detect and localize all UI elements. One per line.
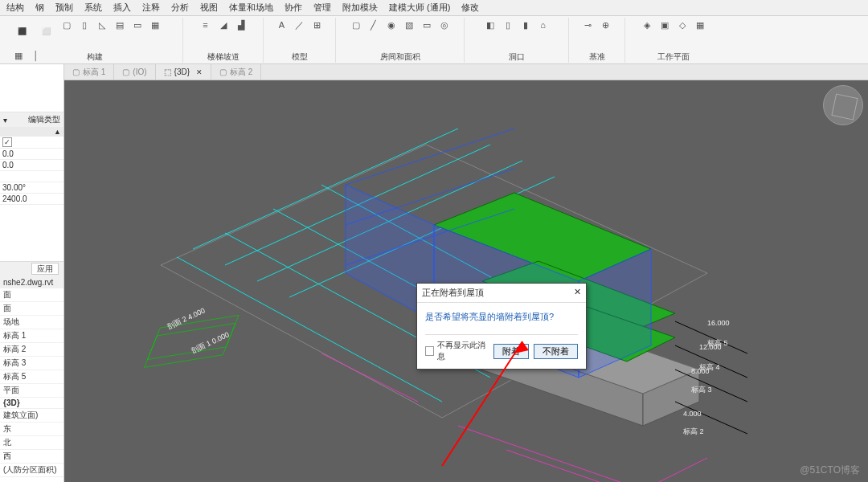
ramp-icon[interactable]: ◢ [216, 18, 231, 32]
tree-item[interactable]: 标高 2 [0, 343, 63, 357]
tree-item[interactable]: 东 [0, 423, 63, 436]
prop-cell[interactable]: 30.00° [0, 182, 63, 193]
dialog-close-button[interactable]: ✕ [574, 287, 581, 299]
prop-cell[interactable]: 2400.0 [0, 194, 63, 204]
edit-type-dropdown[interactable]: ▾编辑类型 [0, 112, 63, 127]
menu-item[interactable]: 结构 [6, 2, 24, 14]
menu-item[interactable]: 视图 [200, 2, 218, 14]
workspace: ▾编辑类型 ▲ ✓ 0.0 0.0 30.00° 2400.0 应用 nshe2… [0, 64, 868, 482]
side-panel: ▾编辑类型 ▲ ✓ 0.0 0.0 30.00° 2400.0 应用 nshe2… [0, 64, 64, 482]
tree-item[interactable]: 标高 3 [0, 357, 63, 370]
apply-button[interactable]: 应用 [31, 263, 59, 275]
floor-icon[interactable]: ▭ [130, 18, 145, 32]
ribbon-group-label: 模型 [292, 51, 308, 63]
dont-attach-button[interactable]: 不附着 [534, 344, 578, 359]
model-text-icon[interactable]: A [275, 18, 289, 32]
svg-text:4.000: 4.000 [683, 410, 702, 418]
dialog-message: 是否希望将亮显的墙附着到屋顶? [425, 311, 578, 323]
window-icon[interactable]: ⬜ [35, 18, 56, 45]
ribbon-group-opening: ◧ ▯ ▮ ⌂ 洞口 [465, 18, 569, 63]
byface-icon[interactable]: ◧ [483, 18, 497, 32]
svg-marker-38 [514, 341, 529, 353]
menu-item[interactable]: 附加模块 [342, 2, 378, 14]
wall-opening-icon[interactable]: ▯ [501, 18, 515, 32]
tree-item[interactable]: 面 [0, 288, 63, 302]
tree-item[interactable]: 标高 5 [0, 370, 63, 384]
ribbon-group-workplane: ◈ ▣ ◇ ▦ 工作平面 [625, 18, 722, 63]
column-icon[interactable]: ▯ [77, 18, 92, 32]
main-area: ▢ 标高 1 ▢ (IO) ⬚ {3D}✕ ▢ 标高 2 [64, 64, 868, 482]
prop-cell[interactable]: 0.0 [0, 160, 63, 170]
view-tab[interactable]: ▢ (IO) [114, 64, 155, 80]
menu-item[interactable]: 体量和场地 [229, 2, 273, 14]
tag-icon[interactable]: ◉ [384, 18, 399, 32]
show-icon[interactable]: ▣ [657, 18, 672, 32]
stair-icon[interactable]: ▟ [234, 18, 248, 32]
railing-icon[interactable]: ≡ [199, 18, 213, 32]
mullion-icon[interactable]: │ [29, 48, 43, 63]
menu-item[interactable]: 修改 [461, 2, 479, 14]
close-icon[interactable]: ✕ [196, 68, 203, 76]
ribbon-group-label: 楼梯坡道 [207, 51, 240, 63]
dormer-icon[interactable]: ⌂ [536, 18, 551, 32]
tree-item[interactable]: 西 [0, 450, 63, 464]
curtain-icon[interactable]: ▦ [148, 18, 162, 32]
door-icon[interactable]: ⬛ [11, 18, 32, 45]
svg-line-37 [442, 341, 522, 466]
prop-cell[interactable]: ✓ [0, 137, 63, 148]
browser-file[interactable]: nshe2.dwg.rvt [0, 276, 63, 288]
svg-text:8.000: 8.000 [691, 367, 710, 375]
area-icon[interactable]: ▧ [402, 18, 416, 32]
menu-item[interactable]: 钢 [35, 2, 44, 14]
level-icon[interactable]: ⊸ [581, 18, 596, 32]
ribbon-group-room: ▢ ╱ ◉ ▧ ▭ ◎ 房间和面积 [336, 18, 465, 63]
3d-viewport[interactable]: 16.000 标高 5 12.000 标高 4 8.000 标高 3 4.000… [64, 80, 868, 482]
view-tab[interactable]: ▢ 标高 2 [211, 64, 261, 80]
svg-text:剖面 2 4.000: 剖面 2 4.000 [166, 306, 207, 330]
tree-item[interactable]: 标高 1 [0, 329, 63, 343]
tree-item[interactable]: 北 [0, 436, 63, 450]
vertical-icon[interactable]: ▮ [518, 18, 533, 32]
ribbon-group-build: ⬛ ⬜ ▢ ▯ ◺ ▤ ▭ ▦ ▦ │ 构建 [6, 18, 183, 63]
component-icon[interactable]: ▢ [59, 18, 74, 32]
nav-compass[interactable] [823, 85, 863, 125]
model-line-icon[interactable]: ／ [293, 18, 307, 32]
model-group-icon[interactable]: ⊞ [310, 18, 325, 32]
project-browser[interactable]: 面 面 场地 标高 1 标高 2 标高 3 标高 5 平面 {3D} 建筑立面)… [0, 288, 63, 477]
grid-icon[interactable]: ▦ [11, 48, 26, 63]
set-icon[interactable]: ◈ [640, 18, 654, 32]
tree-item[interactable]: (人防分区面积) [0, 464, 63, 477]
svg-rect-22 [145, 323, 235, 367]
menu-item[interactable]: 协作 [285, 2, 302, 14]
tree-item[interactable]: 建筑立面) [0, 409, 63, 423]
room-icon[interactable]: ▢ [349, 18, 363, 32]
menu-item[interactable]: 建模大师 (通用) [389, 2, 450, 14]
view-tab[interactable]: ▢ 标高 1 [64, 64, 114, 80]
menu-item[interactable]: 分析 [171, 2, 189, 14]
prop-cell[interactable]: 0.0 [0, 149, 63, 159]
ceiling-icon[interactable]: ▤ [113, 18, 127, 32]
menu-item[interactable]: 注释 [142, 2, 160, 14]
svg-line-18 [346, 129, 514, 185]
tree-item[interactable]: 面 [0, 302, 63, 316]
menu-item[interactable]: 管理 [313, 2, 331, 14]
room-sep-icon[interactable]: ╱ [366, 18, 381, 32]
menu-item[interactable]: 预制 [55, 2, 73, 14]
area-tag-icon[interactable]: ◎ [437, 18, 452, 32]
ref-icon[interactable]: ◇ [675, 18, 690, 32]
tree-item[interactable]: 平面 [0, 384, 63, 398]
menu-item[interactable]: 系统 [84, 2, 102, 14]
ribbon-group-label: 工作平面 [657, 51, 690, 63]
menu-item[interactable]: 插入 [113, 2, 131, 14]
ribbon-group-label: 基准 [589, 51, 605, 63]
tree-item[interactable]: {3D} [0, 398, 63, 409]
viewer-icon[interactable]: ▦ [693, 18, 707, 32]
svg-text:标高 2: 标高 2 [682, 427, 704, 435]
dialog-title: 正在附着到屋顶 [422, 287, 484, 299]
view-tab-active[interactable]: ⬚ {3D}✕ [156, 64, 211, 80]
ribbon-group-stair: ≡ ◢ ▟ 楼梯坡道 [183, 18, 264, 63]
area-boundary-icon[interactable]: ▭ [420, 18, 434, 32]
tree-item[interactable]: 场地 [0, 316, 63, 329]
grid-datum-icon[interactable]: ⊕ [599, 18, 613, 32]
roof-icon[interactable]: ◺ [95, 18, 109, 32]
